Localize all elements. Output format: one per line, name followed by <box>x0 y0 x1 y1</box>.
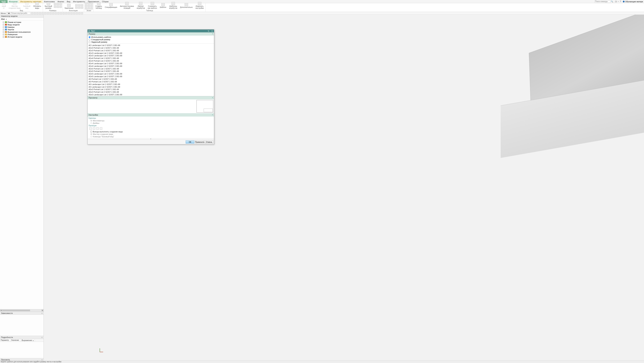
expand-icon[interactable]: + <box>3 29 4 30</box>
template-item[interactable]: A3 Landscape List 1 GOST 2.301-68 <box>88 83 214 86</box>
ribbon-button[interactable]: Шаблон <box>159 2 167 8</box>
radio-standard-size[interactable]: Стандартный размер <box>89 38 213 41</box>
qicon[interactable] <box>42 12 44 14</box>
template-listbox[interactable]: A2 Landscape List 2 GOST 2.301-68A2x3 Po… <box>88 44 214 96</box>
ok-button[interactable]: ОК <box>186 140 194 144</box>
cancel-button[interactable]: Отмена <box>204 140 213 144</box>
small-tool-icon[interactable] <box>81 4 83 6</box>
apply-button[interactable]: Применить <box>195 140 204 144</box>
tree-item[interactable]: +Чертеж <box>1 28 43 31</box>
qicon[interactable] <box>57 12 60 14</box>
template-item[interactable]: A2x5 Landscape List 1 GOST 2.301-68 <box>88 72 214 75</box>
expand-icon[interactable]: + <box>3 31 4 33</box>
small-tool-icon[interactable] <box>88 2 90 4</box>
qicon[interactable] <box>36 12 38 14</box>
expand-icon[interactable]: + <box>3 22 4 23</box>
close-icon[interactable]: ✕ <box>211 30 213 32</box>
tree-item[interactable]: +Выражения пользователя <box>1 31 43 33</box>
ribbon-button[interactable]: Импортатрибутов <box>136 2 146 10</box>
ribbon-button[interactable]: Замечание <box>64 4 74 10</box>
ribbon-button[interactable]: Создатьтаблицу <box>94 2 103 10</box>
small-tool-icon[interactable] <box>85 7 87 10</box>
tree-item[interactable]: +История модели <box>1 36 43 38</box>
size-section-header[interactable]: Размер ʌ <box>88 32 214 36</box>
template-item[interactable]: A2x3 Landscape List 2 GOST 2.301-68 <box>88 54 214 57</box>
small-tool-icon[interactable] <box>81 7 83 9</box>
qicon[interactable] <box>68 12 70 14</box>
command-search-input[interactable] <box>595 0 610 3</box>
search-icon[interactable]: 🔍 <box>610 0 614 2</box>
template-item[interactable]: A2x5 Portrait List 1 GOST 2.301-68 <box>88 68 214 70</box>
small-tool-icon[interactable] <box>88 7 90 10</box>
small-tool-icon[interactable] <box>90 2 93 4</box>
reset-icon[interactable]: ↻ <box>207 30 210 32</box>
small-tool-icon[interactable] <box>54 3 56 6</box>
tree-column-header[interactable]: Имя ▲ <box>0 18 44 21</box>
small-tool-icon[interactable] <box>90 7 93 10</box>
template-item[interactable]: A2 Landscape List 2 GOST 2.301-68 <box>88 44 214 47</box>
filter-input[interactable] <box>11 12 30 14</box>
graphics-canvas[interactable]: ⚙ Лист ↻ ✕ Размер ʌ Использовать шаблон … <box>44 15 644 360</box>
mini-icon-1[interactable]: ◳ <box>615 0 617 2</box>
small-tool-icon[interactable] <box>60 3 62 6</box>
ribbon-button[interactable]: Автопростановкапозиций <box>119 2 135 10</box>
qicon[interactable] <box>60 12 62 14</box>
mini-icon-3[interactable]: ? <box>620 0 621 2</box>
ribbon-button[interactable]: Мастерсоздания вида <box>8 2 22 10</box>
tree-item[interactable]: +Камеры <box>1 26 43 28</box>
qicon[interactable] <box>52 12 54 14</box>
qicon[interactable] <box>65 12 67 14</box>
menu-dropdown[interactable] <box>7 12 10 14</box>
qicon[interactable] <box>62 12 65 14</box>
qicon[interactable] <box>73 12 75 14</box>
details-header[interactable]: Подробностиv <box>0 336 44 339</box>
qicon[interactable] <box>50 12 52 14</box>
template-item[interactable]: A2x4 Landscape List 2 GOST 2.301-68 <box>88 65 214 68</box>
scroll-thumb[interactable] <box>2 310 30 311</box>
expand-icon[interactable]: + <box>3 26 4 28</box>
tree-item[interactable]: +Измерения <box>1 33 43 36</box>
small-tool-icon[interactable] <box>57 3 59 6</box>
qicon[interactable] <box>70 12 72 14</box>
dependencies-header[interactable]: Зависимостиv <box>0 312 44 315</box>
small-tool-icon[interactable] <box>75 4 78 6</box>
tree-item[interactable]: +Режим истории <box>1 21 43 24</box>
small-tool-icon[interactable] <box>88 5 90 7</box>
qicon[interactable] <box>81 12 83 14</box>
template-item[interactable]: A3x3 Portrait List 1 GOST 2.301-68 <box>88 88 214 91</box>
tab-4[interactable]: Вид <box>66 0 72 3</box>
ribbon-button[interactable]: овыйст <box>1 2 7 10</box>
gear-icon[interactable]: ⚙ <box>88 30 90 32</box>
mini-icon-2[interactable]: ↔ <box>618 0 619 2</box>
preview-section-header[interactable]: Просмотр ʌ <box>88 96 214 99</box>
proj-icon-3[interactable] <box>96 127 99 130</box>
small-tool-icon[interactable] <box>90 5 93 7</box>
qicon[interactable] <box>78 12 80 14</box>
col-expr[interactable]: Выражение ▲ <box>21 339 35 342</box>
template-item[interactable]: A2x5 Portrait List 2 GOST 2.301-68 <box>88 70 214 72</box>
small-tool-icon[interactable] <box>75 7 78 9</box>
qicon[interactable] <box>47 12 49 14</box>
learning-materials[interactable]: Обучающие матери <box>622 0 644 2</box>
ribbon-button[interactable]: Изменитьнастройки <box>194 2 205 10</box>
settings-section-header[interactable]: Настройки ʌ <box>88 113 214 116</box>
template-item[interactable]: A3x3 Portrait List 2 GOST 2.301-68 <box>88 91 214 93</box>
expand-icon[interactable]: + <box>3 34 4 35</box>
template-item[interactable]: A2x4 Landscape List 1 GOST 2.301-68 <box>88 62 214 65</box>
small-tool-icon[interactable] <box>57 6 59 8</box>
ribbon-button[interactable]: Спецификация <box>104 2 118 8</box>
ribbon-button[interactable]: Шаблоныатрибутов <box>168 2 178 10</box>
small-tool-icon[interactable] <box>78 7 80 9</box>
template-item[interactable]: A2x4 Portrait List 1 GOST 2.301-68 <box>88 57 214 60</box>
template-item[interactable]: A3 Landscape List 2 GOST 2.301-68 <box>88 86 214 88</box>
tab-5[interactable]: Инструменты <box>72 0 86 3</box>
checkbox-always-create[interactable]: Всегда выполнять создание вида <box>89 130 213 133</box>
tree-item[interactable]: +Виды модели <box>1 24 43 26</box>
qicon[interactable] <box>76 12 78 14</box>
template-item[interactable]: A2x5 Landscape List 2 GOST 2.301-68 <box>88 75 214 78</box>
small-tool-icon[interactable] <box>54 6 56 8</box>
template-item[interactable]: A3x3 Landscape List 1 GOST 2.301-68 <box>88 93 214 96</box>
scroll-right-icon[interactable]: ► <box>42 309 44 312</box>
ribbon-button[interactable]: Дополнительно <box>179 2 194 8</box>
template-item[interactable]: A2x3 Portrait List 1 GOST 2.301-68 <box>88 47 214 49</box>
